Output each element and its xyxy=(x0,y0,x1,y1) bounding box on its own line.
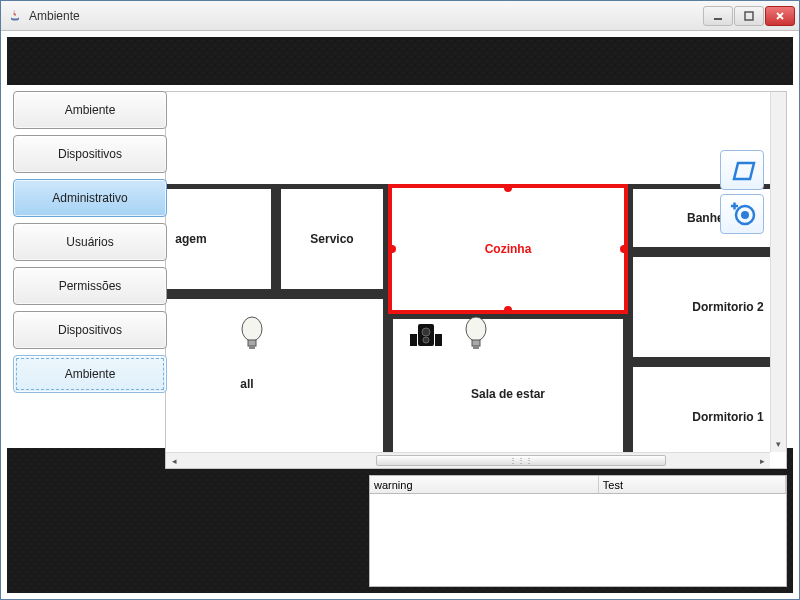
svg-rect-11 xyxy=(472,340,480,346)
svg-rect-4 xyxy=(249,346,255,349)
svg-rect-1 xyxy=(745,12,753,20)
speaker-icon[interactable] xyxy=(406,320,436,360)
resize-handle[interactable] xyxy=(504,184,512,192)
sidebar-item-dispositivos[interactable]: Dispositivos xyxy=(13,135,167,173)
horizontal-scroll-thumb[interactable]: ⋮⋮⋮ xyxy=(376,455,666,466)
add-room-tool[interactable] xyxy=(720,150,764,190)
sidebar-item-ambiente[interactable]: Ambiente xyxy=(13,91,167,129)
svg-rect-9 xyxy=(435,334,442,346)
svg-point-6 xyxy=(422,328,430,336)
lightbulb-icon[interactable] xyxy=(238,316,268,356)
room-dormitorio-2[interactable]: Dormitorio 2 xyxy=(628,252,770,362)
svg-rect-0 xyxy=(714,18,722,20)
svg-point-15 xyxy=(741,211,749,219)
room-servico[interactable]: Servico xyxy=(276,184,388,294)
log-column-header[interactable]: Test xyxy=(599,476,786,493)
floorplan-canvas: agemServicoCozinhaBanheiroDormitorio 2Do… xyxy=(166,92,770,452)
sidebar-item-ambiente[interactable]: Ambiente xyxy=(13,355,167,393)
svg-rect-8 xyxy=(410,334,417,346)
svg-point-2 xyxy=(242,317,262,341)
sidebar-item-label: Dispositivos xyxy=(58,147,122,161)
sidebar-item-label: Permissões xyxy=(59,279,122,293)
horizontal-scrollbar[interactable]: ◂ ⋮⋮⋮ ▸ xyxy=(166,452,770,468)
sidebar-nav: AmbienteDispositivosAdministrativoUsuári… xyxy=(13,91,167,393)
resize-handle[interactable] xyxy=(620,245,628,253)
room-label: Sala de estar xyxy=(471,387,545,401)
close-button[interactable] xyxy=(765,6,795,26)
room-label: Dormitorio 1 xyxy=(692,410,763,424)
app-window: Ambiente AmbienteDispositivosAdministrat… xyxy=(0,0,800,600)
lightbulb-icon[interactable] xyxy=(462,316,492,356)
java-app-icon xyxy=(7,8,23,24)
log-columns-header: warning Test xyxy=(370,476,786,494)
room-dormitorio-1[interactable]: Dormitorio 1 xyxy=(628,362,770,452)
scroll-right-icon[interactable]: ▸ xyxy=(754,453,770,469)
room-label: agem xyxy=(175,232,206,246)
room-agem[interactable]: agem xyxy=(166,184,276,294)
minimize-button[interactable] xyxy=(703,6,733,26)
sidebar-item-label: Ambiente xyxy=(65,103,116,117)
room-all[interactable]: all xyxy=(166,294,388,452)
svg-point-10 xyxy=(466,317,486,341)
titlebar: Ambiente xyxy=(1,1,799,31)
window-title: Ambiente xyxy=(29,9,703,23)
svg-point-7 xyxy=(423,337,429,343)
room-label: Servico xyxy=(310,232,353,246)
floorplan-viewport[interactable]: agemServicoCozinhaBanheiroDormitorio 2Do… xyxy=(166,92,770,452)
resize-handle[interactable] xyxy=(388,245,396,253)
floorplan-panel: agemServicoCozinhaBanheiroDormitorio 2Do… xyxy=(165,91,787,469)
maximize-button[interactable] xyxy=(734,6,764,26)
vertical-scrollbar[interactable]: ▾ xyxy=(770,92,786,452)
log-panel: warning Test xyxy=(369,475,787,587)
add-device-tool[interactable] xyxy=(720,194,764,234)
room-label: Dormitorio 2 xyxy=(692,300,763,314)
sidebar-item-permissoes[interactable]: Permissões xyxy=(13,267,167,305)
sidebar-item-administrativo[interactable]: Administrativo xyxy=(13,179,167,217)
sidebar-item-dispositivos[interactable]: Dispositivos xyxy=(13,311,167,349)
log-column-header[interactable]: warning xyxy=(370,476,599,493)
sidebar-item-label: Ambiente xyxy=(65,367,116,381)
svg-marker-13 xyxy=(734,163,754,179)
room-label: all xyxy=(240,377,253,391)
room-cozinha[interactable]: Cozinha xyxy=(388,184,628,314)
svg-rect-3 xyxy=(248,340,256,346)
sidebar-item-label: Administrativo xyxy=(52,191,127,205)
scroll-down-icon[interactable]: ▾ xyxy=(771,436,786,452)
sidebar-item-label: Usuários xyxy=(66,235,113,249)
svg-rect-12 xyxy=(473,346,479,349)
scroll-left-icon[interactable]: ◂ xyxy=(166,453,182,469)
sidebar-item-label: Dispositivos xyxy=(58,323,122,337)
room-label: Cozinha xyxy=(485,242,532,256)
sidebar-item-usuarios[interactable]: Usuários xyxy=(13,223,167,261)
resize-handle[interactable] xyxy=(504,306,512,314)
